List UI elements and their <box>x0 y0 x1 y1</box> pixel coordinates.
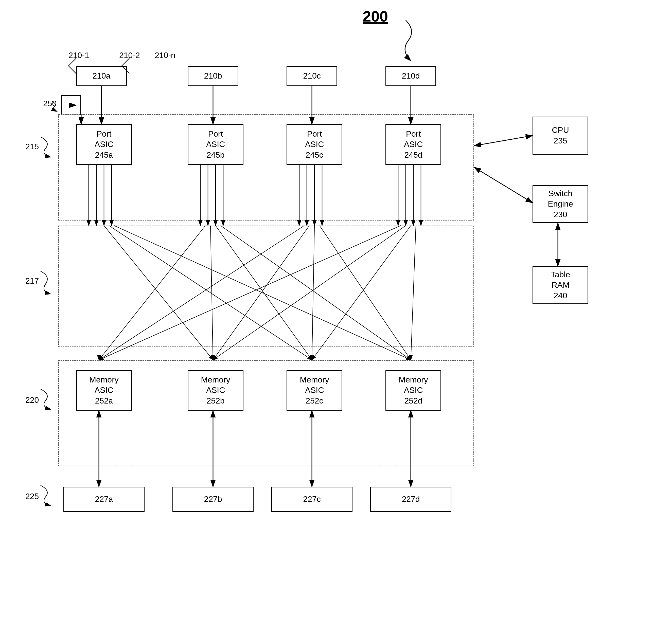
label-225: 225 <box>25 492 39 501</box>
label-250: 250 <box>43 99 57 108</box>
mem-box-d: 227d <box>370 487 452 512</box>
port-asic-d: PortASIC245d <box>385 124 441 165</box>
figure-number: 200 <box>363 8 388 25</box>
port-card-a: 210a <box>76 66 127 86</box>
memory-asic-b: MemoryASIC252b <box>188 370 243 411</box>
memory-asic-d-label: MemoryASIC252d <box>399 375 428 406</box>
switch-engine-label: SwitchEngine230 <box>548 188 573 220</box>
mem-box-a-label: 227a <box>95 494 113 505</box>
memory-asic-b-label: MemoryASIC252b <box>201 375 230 406</box>
label-215: 215 <box>25 142 39 151</box>
diagram: 200 210-1 210-2 210-n 210a 210b 210c 210… <box>0 0 672 640</box>
mem-box-d-label: 227d <box>402 494 420 505</box>
cpu-box: CPU235 <box>532 117 588 155</box>
port-card-d: 210d <box>385 66 436 86</box>
mem-box-a: 227a <box>63 487 145 512</box>
memory-asic-a: MemoryASIC252a <box>76 370 132 411</box>
port-asic-a: PortASIC245a <box>76 124 132 165</box>
mem-box-b-label: 227b <box>204 494 222 505</box>
port-card-b-label: 210b <box>204 71 222 81</box>
memory-asic-c-label: MemoryASIC252c <box>300 375 329 406</box>
port-card-d-label: 210d <box>402 71 420 81</box>
mem-box-c: 227c <box>271 487 353 512</box>
mem-box-b: 227b <box>172 487 254 512</box>
port-card-c-label: 210c <box>303 71 320 81</box>
memory-asic-c: MemoryASIC252c <box>287 370 342 411</box>
table-ram-box: TableRAM240 <box>532 266 588 304</box>
box-250 <box>61 95 81 115</box>
svg-line-45 <box>474 135 532 146</box>
svg-line-46 <box>474 167 532 203</box>
memory-asic-d: MemoryASIC252d <box>385 370 441 411</box>
port-asic-b-label: PortASIC245b <box>206 129 225 160</box>
port-asic-b: PortASIC245b <box>188 124 243 165</box>
cpu-label: CPU235 <box>552 125 569 146</box>
port-asic-c: PortASIC245c <box>287 124 342 165</box>
port-asic-a-label: PortASIC245a <box>95 129 114 160</box>
label-210-n: 210-n <box>155 51 175 60</box>
port-asic-c-label: PortASIC245c <box>305 129 324 160</box>
mem-box-c-label: 227c <box>303 494 320 505</box>
label-220: 220 <box>25 395 39 405</box>
table-ram-label: TableRAM240 <box>551 270 570 301</box>
label-210-1: 210-1 <box>69 51 89 60</box>
label-217: 217 <box>25 276 39 286</box>
port-card-a-label: 210a <box>92 71 110 81</box>
label-210-2: 210-2 <box>119 51 140 60</box>
port-asic-d-label: PortASIC245d <box>404 129 423 160</box>
port-card-b: 210b <box>188 66 238 86</box>
memory-asic-a-label: MemoryASIC252a <box>89 375 119 406</box>
dashed-region-crossbar <box>58 226 474 347</box>
port-card-c: 210c <box>287 66 337 86</box>
switch-engine-box: SwitchEngine230 <box>532 185 588 223</box>
